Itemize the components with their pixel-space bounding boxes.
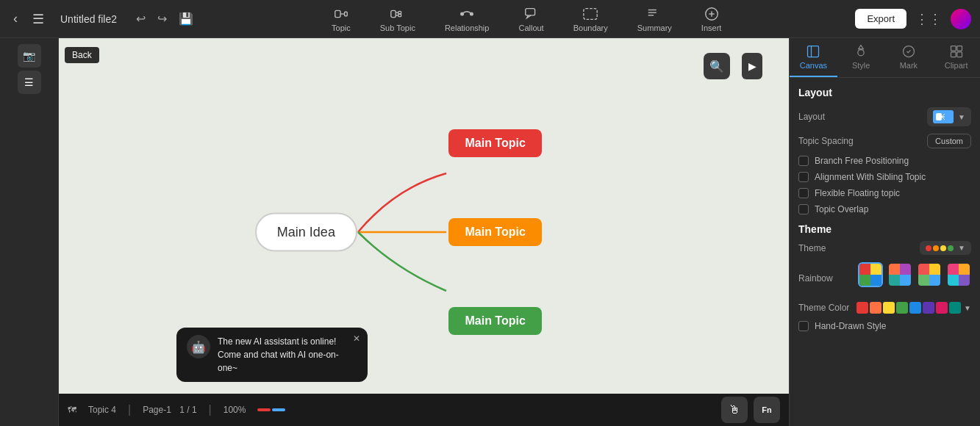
topic-node-bot[interactable]: Main Topic	[448, 307, 541, 335]
topic-spacing-label: Topic Spacing	[798, 136, 854, 146]
bottom-topic4: Topic 4	[88, 405, 116, 415]
ai-notification: 🤖 The new AI assistant is online! Come a…	[176, 328, 368, 382]
bottom-right-buttons: 🖱 Fn	[721, 397, 780, 423]
toolbar-history: ↩ ↪ 💾	[132, 9, 198, 29]
svg-point-9	[471, 12, 473, 15]
svg-rect-23	[956, 46, 962, 51]
canvas-search-button[interactable]: 🔍	[704, 53, 730, 79]
tool-summary[interactable]: Summary	[632, 3, 678, 35]
main-idea-node[interactable]: Main Idea	[255, 213, 357, 252]
layout-section-title: Layout	[798, 87, 971, 98]
tab-canvas[interactable]: Canvas	[790, 38, 837, 77]
rainbow-option-3[interactable]	[917, 262, 942, 287]
topic-node-mid[interactable]: Main Topic	[448, 218, 541, 246]
rainbow-option-2[interactable]	[887, 262, 912, 287]
color-swatch-4[interactable]	[896, 302, 908, 314]
sidebar-map-btn[interactable]: 📷	[18, 44, 41, 68]
branch-free-row: Branch Free Positioning	[798, 156, 971, 166]
layout-selector[interactable]: ▼	[927, 107, 971, 126]
custom-button[interactable]: Custom	[927, 134, 971, 148]
theme-color-label: Theme Color	[798, 303, 849, 313]
user-avatar[interactable]	[951, 9, 971, 29]
tool-callout[interactable]: Callout	[512, 3, 549, 35]
rainbow-label: Rainbow	[798, 273, 833, 284]
bottom-map-icon[interactable]: 🗺	[68, 405, 76, 415]
main-area: 📷 ☰ Back 🔍 ▶ Main Idea Main Topic	[0, 38, 980, 426]
tool-topic[interactable]: Topic	[326, 3, 357, 35]
back-button[interactable]: ‹	[9, 8, 22, 29]
left-sidebar: 📷 ☰	[0, 38, 59, 426]
branch-free-label: Branch Free Positioning	[815, 156, 909, 166]
layout-label: Layout	[798, 112, 825, 122]
svg-line-27	[942, 114, 945, 117]
svg-rect-25	[956, 52, 962, 57]
color-swatch-7[interactable]	[936, 302, 948, 314]
grid-icon[interactable]: ⋮⋮	[915, 11, 942, 27]
export-button[interactable]: Export	[855, 9, 906, 29]
bottom-mouse-btn[interactable]: 🖱	[721, 397, 748, 423]
svg-line-29	[942, 117, 945, 120]
redo-button[interactable]: ↪	[153, 9, 171, 29]
svg-rect-18	[808, 46, 819, 57]
tab-mark[interactable]: Mark	[885, 38, 933, 77]
alignment-label: Alignment With Sibling Topic	[815, 172, 926, 182]
overlap-checkbox[interactable]	[798, 204, 809, 214]
panel-tabs: Canvas Style Mark	[790, 38, 980, 78]
color-swatch-2[interactable]	[870, 302, 881, 314]
alignment-checkbox[interactable]	[798, 172, 809, 182]
layout-dropdown-arrow: ▼	[958, 113, 965, 121]
rainbow-row: Rainbow	[798, 262, 971, 295]
mindmap-container: Main Idea Main Topic Main Topic Main Top…	[233, 115, 542, 350]
theme-selector[interactable]: ▼	[920, 241, 971, 255]
topic-node-top[interactable]: Main Topic	[448, 129, 541, 157]
toolbar-center: Topic Sub Topic Relationship	[204, 3, 849, 35]
tab-style[interactable]: Style	[837, 38, 885, 77]
panel-content: Layout Layout ▼	[790, 78, 980, 426]
theme-dropdown-arrow: ▼	[958, 244, 965, 252]
sidebar-list-btn[interactable]: ☰	[18, 71, 41, 94]
topic-spacing-row: Topic Spacing Custom	[798, 134, 971, 148]
bottom-accent	[257, 408, 285, 411]
tool-boundary[interactable]: Boundary	[568, 3, 614, 35]
tab-clipart[interactable]: Clipart	[932, 38, 980, 77]
svg-rect-24	[951, 52, 956, 57]
theme-preview	[926, 245, 954, 251]
panel-toggle-button[interactable]: ▶	[742, 53, 762, 79]
tool-subtopic[interactable]: Sub Topic	[374, 3, 421, 35]
svg-rect-7	[398, 14, 401, 17]
hand-drawn-checkbox[interactable]	[798, 321, 809, 331]
bottom-bar: 🗺 Topic 4 | Page-1 1 / 1 | 100% 🖱 Fn	[59, 394, 789, 426]
overlap-row: Topic Overlap	[798, 204, 971, 214]
layout-preview-icon	[933, 110, 954, 123]
tool-relationship[interactable]: Relationship	[439, 3, 496, 35]
color-swatch-1[interactable]	[856, 302, 868, 314]
svg-rect-22	[951, 46, 956, 51]
canvas-area[interactable]: Back 🔍 ▶ Main Idea Main Topic Main Topic	[59, 38, 789, 426]
undo-button[interactable]: ↩	[132, 9, 150, 29]
bottom-fn-btn[interactable]: Fn	[754, 397, 780, 423]
overlap-label: Topic Overlap	[815, 204, 868, 214]
tool-insert[interactable]: Insert	[695, 3, 728, 35]
branch-free-checkbox[interactable]	[798, 156, 809, 166]
theme-color-dropdown-arrow[interactable]: ▼	[964, 304, 971, 312]
svg-rect-10	[525, 8, 534, 15]
theme-color-row: Theme Color ▼	[798, 302, 971, 314]
toolbar-left: ‹ ☰ Untitled file2 ↩ ↪ 💾	[9, 8, 198, 30]
rainbow-option-4[interactable]	[946, 262, 971, 287]
hand-drawn-label: Hand-Drawn Style	[815, 321, 886, 331]
color-swatch-5[interactable]	[909, 302, 921, 314]
layout-row: Layout ▼	[798, 107, 971, 126]
save-button[interactable]: 💾	[174, 9, 198, 29]
color-swatch-6[interactable]	[923, 302, 934, 314]
theme-section-title: Theme	[798, 223, 971, 235]
theme-row: Theme ▼	[798, 241, 971, 255]
rainbow-option-1[interactable]	[858, 262, 883, 287]
color-swatch-8[interactable]	[949, 302, 961, 314]
ai-close-button[interactable]: ✕	[353, 333, 360, 344]
color-swatch-3[interactable]	[883, 302, 895, 314]
flexible-checkbox[interactable]	[798, 188, 809, 198]
svg-rect-2	[345, 12, 348, 16]
theme-colors-container[interactable]: ▼	[856, 302, 971, 314]
menu-button[interactable]: ☰	[28, 8, 49, 30]
svg-point-20	[858, 50, 864, 56]
